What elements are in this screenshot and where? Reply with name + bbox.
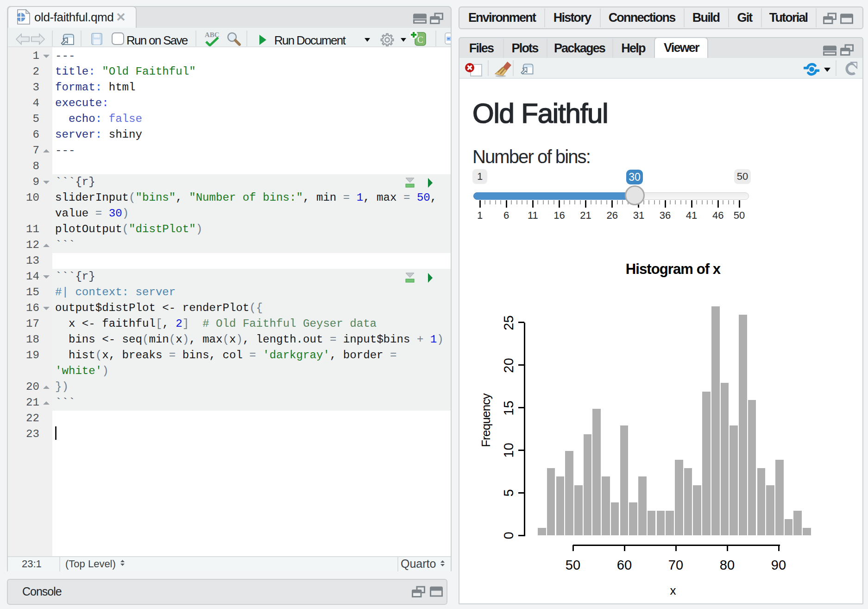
svg-text:C: C	[417, 35, 423, 44]
